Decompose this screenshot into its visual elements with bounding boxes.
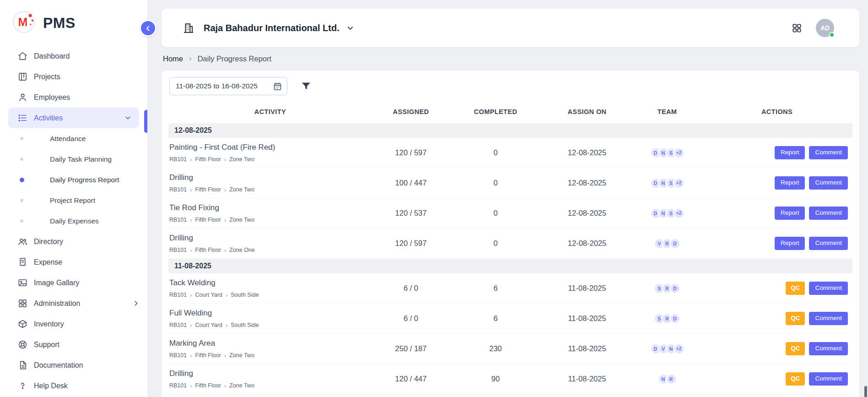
breadcrumb-home[interactable]: Home: [163, 54, 183, 63]
qc-button[interactable]: QC: [786, 372, 805, 386]
chevron-right-icon: ›: [226, 292, 227, 298]
sidebar-item-label: Image Gallary: [34, 279, 80, 287]
report-button[interactable]: Report: [775, 207, 805, 220]
progress-table: ACTIVITYASSIGNEDCOMPLETEDASSIGN ONTEAMAC…: [168, 103, 852, 394]
bullet-icon: [20, 219, 23, 223]
comment-button[interactable]: Comment: [809, 146, 848, 159]
activity-title: Marking Area: [169, 339, 372, 348]
sidebar-collapse-button[interactable]: [141, 21, 155, 35]
location-crumb: Fifth Floor: [195, 352, 221, 359]
location-crumb: Fifth Floor: [195, 217, 221, 223]
activity-row: Painting - First Coat (Fire Red) RB101›F…: [168, 138, 852, 168]
sidebar-subitem-daily-progress-report[interactable]: Daily Progress Report: [0, 169, 147, 190]
comment-button[interactable]: Comment: [809, 207, 848, 220]
completed-value: 0: [450, 228, 541, 259]
app-root: M PMS DashboardProjectsEmployeesActiviti…: [0, 0, 868, 397]
location-crumb: South Side: [231, 292, 259, 298]
comment-button[interactable]: Comment: [809, 282, 848, 295]
report-button[interactable]: Report: [775, 237, 805, 250]
location-crumb: Zone Two: [229, 156, 254, 163]
company-selector-label[interactable]: Raja Bahadur International Ltd.: [204, 23, 340, 33]
location-crumb: RB101: [169, 247, 187, 253]
qc-button[interactable]: QC: [786, 282, 805, 295]
sidebar-item-label: Expense: [34, 258, 62, 266]
chevron-right-icon: ›: [189, 54, 192, 63]
svg-text:M: M: [18, 16, 27, 28]
active-menu-indicator: [144, 110, 147, 133]
avatar-initials: AD: [820, 24, 830, 32]
completed-value: 90: [450, 364, 541, 394]
sidebar-item-employees[interactable]: Employees: [0, 87, 147, 108]
sidebar-subitem-project-report[interactable]: Project Report: [0, 190, 147, 211]
sidebar-subitem-daily-expenses[interactable]: Daily Expenses: [0, 211, 147, 231]
sidebar-item-dashboard[interactable]: Dashboard: [0, 46, 147, 66]
date-range-input[interactable]: [169, 77, 287, 95]
sidebar-item-label: Dashboard: [34, 52, 70, 60]
gallery-icon: [17, 277, 28, 288]
location-crumb: Zone Two: [229, 217, 254, 223]
sidebar-item-image-gallary[interactable]: Image Gallary: [0, 272, 147, 293]
date-group-label: 11-08-2025: [168, 259, 852, 273]
user-avatar[interactable]: AD: [816, 19, 834, 37]
comment-button[interactable]: Comment: [809, 372, 848, 386]
assigned-value: 6 / 0: [372, 304, 450, 334]
sidebar-item-label: Employees: [34, 93, 70, 102]
qc-button[interactable]: QC: [786, 342, 805, 355]
sidebar-item-projects[interactable]: Projects: [0, 66, 147, 87]
completed-value: 6: [450, 273, 541, 304]
assign-on-value: 12-08-2025: [541, 198, 633, 228]
sidebar-item-support[interactable]: Support: [0, 334, 147, 355]
report-button[interactable]: Report: [775, 176, 805, 190]
pms-logo-icon: M: [12, 10, 36, 36]
activity-row: Marking Area RB101›Fifth Floor›Zone Two …: [168, 334, 852, 364]
location-crumb: Fifth Floor: [195, 247, 221, 253]
location-crumb: RB101: [169, 352, 187, 359]
comment-button[interactable]: Comment: [809, 342, 848, 355]
filter-icon[interactable]: [301, 81, 312, 92]
date-group-row: 11-08-2025: [168, 259, 852, 273]
sidebar-subitem-attendance[interactable]: Attendance: [0, 128, 147, 149]
location-crumb: RB101: [169, 322, 187, 328]
sidebar-item-administration[interactable]: Administration: [0, 293, 147, 314]
row-actions: ReportComment: [701, 207, 852, 220]
sidebar-item-label: Support: [34, 341, 59, 349]
chevron-right-icon: ›: [224, 383, 226, 389]
team-extra-badge: +2: [674, 208, 685, 219]
chevron-down-icon: [124, 114, 132, 122]
completed-value: 0: [450, 198, 541, 228]
sidebar-item-label: Help Desk: [34, 382, 68, 390]
sidebar-item-expense[interactable]: Expense: [0, 252, 147, 272]
sidebar-subitem-daily-task-planning[interactable]: Daily Task Planning: [0, 149, 147, 169]
sidebar-item-activities[interactable]: Activities: [8, 108, 139, 128]
team-badges: DNS+2: [633, 208, 701, 219]
comment-button[interactable]: Comment: [809, 237, 848, 250]
row-actions: ReportComment: [701, 146, 852, 159]
sidebar-item-documentation[interactable]: Documentation: [0, 355, 147, 375]
sidebar-item-directory[interactable]: Directory: [0, 231, 147, 252]
location-crumb: South Side: [231, 322, 259, 328]
topbar-right: AD: [792, 19, 834, 37]
helpdesk-icon: [17, 381, 28, 391]
chevron-right-icon: ›: [190, 383, 192, 389]
administration-icon: [17, 298, 28, 309]
report-button[interactable]: Report: [775, 146, 805, 159]
row-actions: QCComment: [701, 372, 852, 386]
chevron-down-icon[interactable]: [346, 24, 355, 33]
apps-grid-icon[interactable]: [792, 23, 802, 33]
assign-on-value: 12-08-2025: [541, 168, 633, 198]
sidebar-item-help-desk[interactable]: Help Desk: [0, 375, 147, 396]
sidebar-item-label: Projects: [34, 73, 60, 81]
activity-row: Drilling RB101›Fifth Floor›Zone Two 100 …: [168, 168, 852, 198]
comment-button[interactable]: Comment: [809, 312, 848, 325]
scrollbar-thumb[interactable]: [864, 386, 867, 397]
chevron-right-icon: ›: [190, 157, 192, 163]
completed-value: 0: [450, 168, 541, 198]
qc-button[interactable]: QC: [786, 312, 805, 325]
sidebar-item-inventory[interactable]: Inventory: [0, 314, 147, 334]
comment-button[interactable]: Comment: [809, 176, 848, 190]
sidebar-subitem-label: Daily Expenses: [50, 217, 99, 225]
activity-title: Full Welding: [169, 309, 372, 318]
activity-path: RB101›Court Yard›South Side: [169, 322, 372, 328]
team-member-badge: D: [669, 313, 680, 324]
completed-value: 6: [450, 304, 541, 334]
